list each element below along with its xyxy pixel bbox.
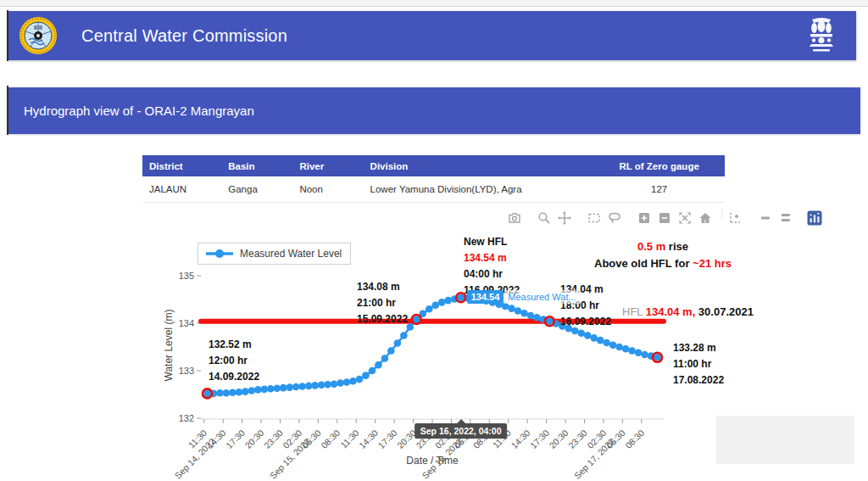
- data-point[interactable]: [311, 382, 319, 389]
- data-point[interactable]: [242, 388, 249, 395]
- data-point[interactable]: [229, 389, 236, 396]
- data-point[interactable]: [298, 383, 306, 390]
- x-tick-label: 20:30: [242, 428, 265, 450]
- data-point[interactable]: [324, 381, 331, 389]
- data-point[interactable]: [216, 389, 224, 397]
- data-point[interactable]: [603, 339, 610, 347]
- tooltip-caret: [457, 419, 465, 423]
- data-point[interactable]: [533, 314, 541, 322]
- data-point[interactable]: [527, 312, 535, 320]
- data-point[interactable]: [520, 310, 528, 317]
- data-point[interactable]: [444, 297, 452, 305]
- data-point[interactable]: [590, 334, 598, 342]
- data-point[interactable]: [584, 332, 592, 339]
- data-point[interactable]: [369, 367, 376, 375]
- data-point[interactable]: [305, 383, 313, 390]
- x-axis-tooltip: Sep 16, 2022, 04:00: [415, 423, 508, 439]
- data-point[interactable]: [394, 339, 402, 347]
- data-point[interactable]: [628, 347, 636, 355]
- data-point[interactable]: [431, 301, 439, 309]
- x-tick-label: 05:30: [300, 428, 323, 450]
- chart-annotation: 0.5 m riseAbove old HFL for ~21 hrs: [548, 238, 777, 272]
- x-axis-title: Date / Time: [406, 455, 458, 467]
- x-tick-label: 17:30: [528, 428, 551, 450]
- x-tick-label: 08:30: [319, 428, 342, 450]
- hover-series-name: Measured Wat...: [504, 290, 579, 304]
- tooltip-text: Sep 16, 2022, 04:00: [420, 426, 502, 436]
- data-point[interactable]: [375, 361, 382, 369]
- data-point[interactable]: [577, 329, 585, 337]
- data-point[interactable]: [400, 332, 408, 339]
- data-point[interactable]: [362, 372, 370, 379]
- data-point[interactable]: [343, 378, 351, 386]
- chart-annotation: 132.52 m12:00 hr14.09.2022: [209, 337, 259, 385]
- data-point[interactable]: [349, 378, 357, 385]
- x-tick-label: 08:30: [623, 428, 646, 450]
- data-point[interactable]: [331, 380, 338, 388]
- x-tick-label: 20:30: [547, 428, 570, 450]
- legend-label: Measured Water Level: [240, 248, 342, 260]
- data-point[interactable]: [356, 376, 364, 383]
- data-point[interactable]: [641, 351, 648, 359]
- data-point[interactable]: [236, 389, 243, 396]
- data-point[interactable]: [387, 347, 395, 355]
- chart-annotation: 134.04 m18:00 hr16.09.2022: [560, 282, 611, 330]
- x-tick-label: 11:30: [338, 428, 361, 450]
- data-point[interactable]: [381, 355, 389, 362]
- data-point[interactable]: [273, 384, 281, 392]
- x-tick-label: 23:30: [566, 428, 589, 450]
- y-tick-label: 132: [179, 413, 194, 423]
- data-point[interactable]: [318, 382, 326, 389]
- data-point[interactable]: [508, 305, 515, 312]
- data-point[interactable]: [260, 386, 268, 394]
- x-tick-label: 17:30: [376, 428, 398, 450]
- chart-annotation: HFL 134.04 m, 30.07.2021: [622, 304, 754, 321]
- y-tick-label: 135: [179, 271, 194, 281]
- data-point[interactable]: [615, 344, 623, 351]
- data-point[interactable]: [267, 385, 275, 393]
- chart-annotation: New HFL134.54 m04:00 hr116.09.2022: [464, 234, 520, 299]
- data-point[interactable]: [254, 386, 262, 394]
- x-tick-label: 14:30: [205, 428, 228, 450]
- y-tick-label: 133: [179, 366, 194, 376]
- hover-value: 134.54: [467, 290, 504, 304]
- y-axis-title: Water Level (m): [163, 310, 175, 382]
- x-tick-label: 23:30: [262, 428, 285, 450]
- page: Central Water Commission Hydrograph view…: [0, 0, 868, 481]
- data-point[interactable]: [609, 341, 617, 349]
- x-tick-label: 14:30: [509, 428, 532, 450]
- data-point[interactable]: [280, 384, 287, 392]
- data-point[interactable]: [438, 299, 446, 306]
- chart-annotation: 133.28 m11:00 hr17.08.2022: [673, 340, 724, 389]
- data-point[interactable]: [515, 307, 522, 315]
- data-point[interactable]: [597, 337, 604, 344]
- legend-line-sample: [205, 249, 234, 259]
- chart-legend[interactable]: Measured Water Level: [198, 243, 351, 265]
- x-tick-label: 17:30: [224, 428, 247, 450]
- data-point[interactable]: [337, 379, 344, 387]
- data-point[interactable]: [622, 345, 630, 353]
- data-point[interactable]: [248, 387, 256, 394]
- data-point[interactable]: [223, 389, 231, 397]
- data-point[interactable]: [292, 383, 300, 391]
- data-point[interactable]: [286, 383, 293, 391]
- x-tick-label: 14:30: [357, 428, 380, 450]
- hover-label: 134.54 Measured Wat...: [467, 290, 580, 304]
- y-tick-label: 134: [179, 318, 194, 328]
- data-point[interactable]: [502, 303, 509, 310]
- chart-annotation: 134.08 m21:00 hr15.09.2022: [357, 279, 408, 327]
- x-tick-label: 05:30: [604, 428, 627, 450]
- data-point[interactable]: [426, 305, 433, 313]
- data-point[interactable]: [635, 349, 643, 356]
